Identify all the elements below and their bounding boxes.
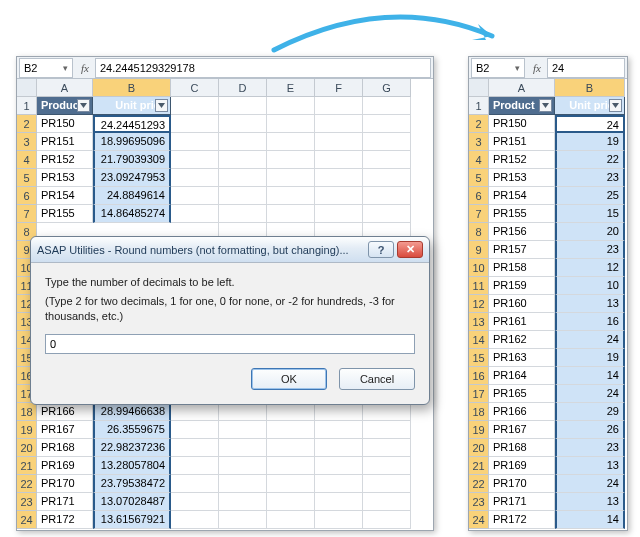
col-header-c[interactable]: C [171,79,219,97]
cell-price[interactable]: 23 [555,241,625,259]
empty-cell[interactable] [267,115,315,133]
empty-cell[interactable] [171,475,219,493]
cell-product[interactable]: PR151 [37,133,93,151]
row-header[interactable]: 15 [469,349,489,367]
empty-cell[interactable] [315,439,363,457]
empty-cell[interactable] [315,511,363,529]
row-header[interactable]: 4 [17,151,37,169]
cell-product[interactable]: PR154 [37,187,93,205]
empty-cell[interactable] [171,97,219,115]
cell-product[interactable]: PR171 [489,493,555,511]
empty-cell[interactable] [267,511,315,529]
empty-cell[interactable] [363,205,411,223]
empty-cell[interactable] [267,169,315,187]
cell-product[interactable]: PR151 [489,133,555,151]
empty-cell[interactable] [315,151,363,169]
empty-cell[interactable] [267,439,315,457]
row-header[interactable]: 3 [17,133,37,151]
cell-product[interactable]: PR150 [489,115,555,133]
cell-price[interactable]: 24 [555,115,625,133]
cell-price[interactable]: 24 [555,385,625,403]
empty-cell[interactable] [363,475,411,493]
filter-dropdown-icon[interactable] [609,99,622,112]
cell-price[interactable]: 13.28057804 [93,457,171,475]
decimals-input[interactable] [45,334,415,354]
empty-cell[interactable] [315,97,363,115]
empty-cell[interactable] [363,187,411,205]
cell-price[interactable]: 24.8849614 [93,187,171,205]
cell-price[interactable]: 22.98237236 [93,439,171,457]
empty-cell[interactable] [267,205,315,223]
cell-price[interactable]: 28.99466638 [93,403,171,421]
row-header[interactable]: 20 [17,439,37,457]
row-header[interactable]: 5 [17,169,37,187]
cell-product[interactable]: PR166 [37,403,93,421]
empty-cell[interactable] [171,421,219,439]
empty-cell[interactable] [315,421,363,439]
name-box[interactable]: B2 ▾ [471,58,525,78]
row-header[interactable]: 1 [469,97,489,115]
cell-product[interactable]: PR168 [37,439,93,457]
cell-price[interactable]: 22 [555,151,625,169]
ok-button[interactable]: OK [251,368,327,390]
cell-price[interactable]: 13.07028487 [93,493,171,511]
row-header[interactable]: 17 [469,385,489,403]
cell-product[interactable]: PR152 [489,151,555,169]
cell-price[interactable]: 14 [555,511,625,529]
cell-price[interactable]: 15 [555,205,625,223]
empty-cell[interactable] [171,187,219,205]
empty-cell[interactable] [315,187,363,205]
empty-cell[interactable] [219,187,267,205]
empty-cell[interactable] [267,403,315,421]
row-header[interactable]: 5 [469,169,489,187]
empty-cell[interactable] [363,511,411,529]
filter-dropdown-icon[interactable] [539,99,552,112]
cell-price[interactable]: 23.09247953 [93,169,171,187]
row-header[interactable]: 3 [469,133,489,151]
cell-price[interactable]: 21.79039309 [93,151,171,169]
cell-product[interactable]: PR167 [37,421,93,439]
cell-product[interactable]: PR169 [489,457,555,475]
row-header[interactable]: 21 [469,457,489,475]
col-header-e[interactable]: E [267,79,315,97]
empty-cell[interactable] [219,421,267,439]
fx-icon[interactable]: fx [533,62,541,74]
cell-price[interactable]: 10 [555,277,625,295]
col-header-a[interactable]: A [37,79,93,97]
empty-cell[interactable] [315,475,363,493]
cell-price[interactable]: 13.61567921 [93,511,171,529]
cell-product[interactable]: PR154 [489,187,555,205]
empty-cell[interactable] [219,115,267,133]
empty-cell[interactable] [219,403,267,421]
row-header[interactable]: 19 [469,421,489,439]
row-header[interactable]: 18 [469,403,489,421]
row-header[interactable]: 8 [469,223,489,241]
cell-product[interactable]: PR168 [489,439,555,457]
row-header[interactable]: 9 [469,241,489,259]
cell-product[interactable]: PR150 [37,115,93,133]
row-header[interactable]: 7 [469,205,489,223]
empty-cell[interactable] [219,457,267,475]
empty-cell[interactable] [267,493,315,511]
row-header[interactable]: 7 [17,205,37,223]
cell-price[interactable]: 23 [555,169,625,187]
empty-cell[interactable] [363,169,411,187]
col-header-b[interactable]: B [93,79,171,97]
cell-price[interactable]: 24 [555,331,625,349]
name-box-dropdown-icon[interactable]: ▾ [63,63,68,73]
empty-cell[interactable] [219,133,267,151]
empty-cell[interactable] [219,493,267,511]
empty-cell[interactable] [315,403,363,421]
empty-cell[interactable] [267,475,315,493]
empty-cell[interactable] [315,493,363,511]
row-header[interactable]: 2 [17,115,37,133]
row-header[interactable]: 14 [469,331,489,349]
cell-product[interactable]: PR162 [489,331,555,349]
empty-cell[interactable] [219,205,267,223]
empty-cell[interactable] [219,475,267,493]
cell-product[interactable]: PR166 [489,403,555,421]
select-all-corner[interactable] [469,79,489,97]
empty-cell[interactable] [363,439,411,457]
cell-product[interactable]: PR155 [489,205,555,223]
cell-product[interactable]: PR167 [489,421,555,439]
